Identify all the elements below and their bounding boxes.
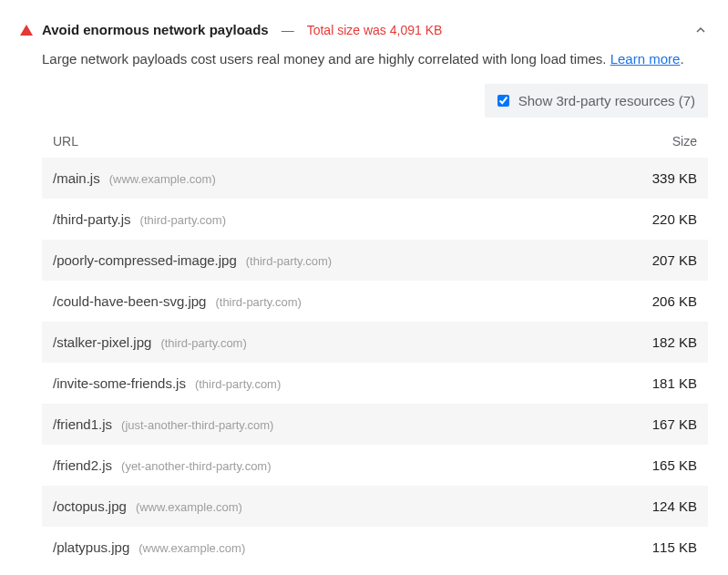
url-path: /third-party.js: [53, 211, 131, 227]
table-row: /octopus.jpg(www.example.com)124 KB: [42, 486, 708, 527]
audit-result: Total size was 4,091 KB: [307, 23, 443, 37]
url-path: /could-have-been-svg.jpg: [53, 293, 206, 309]
cell-url: /friend2.js(yet-another-third-party.com): [53, 457, 615, 473]
column-url: URL: [53, 134, 615, 149]
table-row: /stalker-pixel.jpg(third-party.com)182 K…: [42, 322, 708, 363]
cell-size: 206 KB: [615, 293, 697, 309]
cell-size: 115 KB: [615, 539, 697, 555]
cell-url: /invite-some-friends.js(third-party.com): [53, 375, 615, 391]
table-row: /invite-some-friends.js(third-party.com)…: [42, 363, 708, 404]
table-body: /main.js(www.example.com)339 KB/third-pa…: [42, 158, 708, 568]
url-path: /platypus.jpg: [53, 539, 129, 555]
table-row: /friend1.js(just-another-third-party.com…: [42, 404, 708, 445]
controls-row: Show 3rd-party resources (7): [42, 84, 708, 118]
cell-url: /platypus.jpg(www.example.com): [53, 539, 615, 555]
table-row: /could-have-been-svg.jpg(third-party.com…: [42, 281, 708, 322]
chevron-up-icon[interactable]: [693, 23, 708, 37]
url-path: /main.js: [53, 170, 100, 186]
warning-triangle-icon: [20, 25, 33, 36]
url-path: /invite-some-friends.js: [53, 375, 186, 391]
column-size: Size: [615, 134, 697, 149]
url-host: (third-party.com): [195, 377, 281, 391]
url-path: /octopus.jpg: [53, 498, 127, 514]
cell-size: 124 KB: [615, 498, 697, 514]
cell-size: 167 KB: [615, 416, 697, 432]
url-path: /poorly-compressed-image.jpg: [53, 252, 237, 268]
table-row: /poorly-compressed-image.jpg(third-party…: [42, 240, 708, 281]
url-host: (third-party.com): [140, 213, 226, 227]
third-party-toggle[interactable]: Show 3rd-party resources (7): [485, 84, 708, 118]
cell-url: /stalker-pixel.jpg(third-party.com): [53, 334, 615, 350]
audit-header[interactable]: Avoid enormous network payloads — Total …: [20, 18, 708, 48]
cell-size: 339 KB: [615, 170, 697, 186]
table-row: /main.js(www.example.com)339 KB: [42, 158, 708, 199]
url-path: /friend1.js: [53, 416, 112, 432]
learn-more-link[interactable]: Learn more: [610, 51, 681, 67]
cell-size: 220 KB: [615, 211, 697, 227]
url-path: /friend2.js: [53, 457, 112, 473]
cell-url: /friend1.js(just-another-third-party.com…: [53, 416, 615, 432]
third-party-checkbox[interactable]: [497, 95, 509, 107]
url-path: /stalker-pixel.jpg: [53, 334, 151, 350]
url-host: (third-party.com): [215, 295, 301, 309]
cell-size: 182 KB: [615, 334, 697, 350]
audit-title: Avoid enormous network payloads: [42, 22, 269, 37]
cell-size: 181 KB: [615, 375, 697, 391]
cell-url: /octopus.jpg(www.example.com): [53, 498, 615, 514]
url-host: (yet-another-third-party.com): [121, 459, 271, 473]
url-host: (just-another-third-party.com): [121, 418, 273, 432]
description-after: .: [680, 51, 683, 67]
audit-description: Large network payloads cost users real m…: [42, 48, 708, 69]
cell-size: 165 KB: [615, 457, 697, 473]
table-row: /third-party.js(third-party.com)220 KB: [42, 199, 708, 240]
result-separator: —: [282, 23, 294, 37]
url-host: (www.example.com): [109, 172, 216, 186]
url-host: (www.example.com): [138, 541, 245, 555]
table-header: URL Size: [42, 125, 708, 158]
cell-url: /main.js(www.example.com): [53, 170, 615, 186]
table-row: /friend2.js(yet-another-third-party.com)…: [42, 445, 708, 486]
resources-table: URL Size /main.js(www.example.com)339 KB…: [42, 125, 708, 568]
cell-url: /poorly-compressed-image.jpg(third-party…: [53, 252, 615, 268]
third-party-toggle-label: Show 3rd-party resources (7): [518, 93, 695, 108]
url-host: (third-party.com): [160, 336, 246, 350]
url-host: (www.example.com): [136, 500, 242, 514]
description-text: Large network payloads cost users real m…: [42, 51, 610, 67]
cell-size: 207 KB: [615, 252, 697, 268]
url-host: (third-party.com): [246, 254, 332, 268]
cell-url: /third-party.js(third-party.com): [53, 211, 615, 227]
table-row: /platypus.jpg(www.example.com)115 KB: [42, 527, 708, 568]
cell-url: /could-have-been-svg.jpg(third-party.com…: [53, 293, 615, 309]
